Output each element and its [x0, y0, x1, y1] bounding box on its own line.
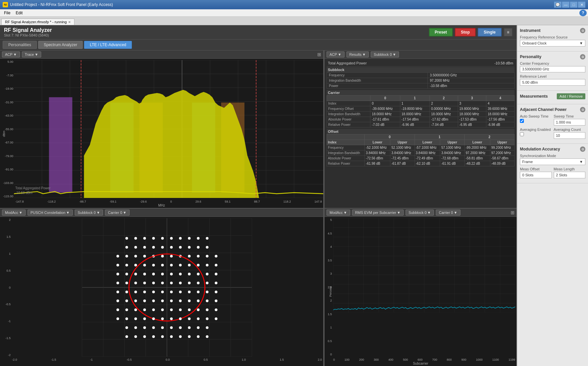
freq-label: Frequency [327, 73, 428, 78]
close-button[interactable]: ✕ [578, 2, 585, 8]
acp-section-header: Adjacent Channel Power ⚙ [520, 107, 585, 112]
carrier-intbw-row: Integration Bandwidth 18.0000 MHz 18.000… [327, 112, 515, 117]
svg-point-125 [197, 291, 200, 293]
svg-point-65 [197, 246, 200, 248]
avg-enabled-checkbox[interactable] [520, 132, 524, 136]
svg-point-180 [179, 335, 182, 338]
trace-dropdown[interactable]: Trace ▼ [22, 51, 42, 57]
menu-edit[interactable]: Edit [13, 10, 25, 16]
modacc-dropdown-br[interactable]: ModAcc ▼ [327, 210, 350, 216]
titlebar-title: Untitled Project - NI-RFmx Soft Front Pa… [10, 2, 113, 7]
svg-marker-26 [84, 90, 259, 198]
svg-point-128 [116, 300, 119, 302]
svg-point-160 [188, 318, 191, 320]
svg-point-54 [188, 237, 191, 239]
freq-ref-label: Frequency Reference Source [520, 35, 585, 39]
titlebar-controls[interactable]: 💬 — □ ✕ [554, 2, 585, 8]
svg-point-94 [134, 273, 137, 275]
acp-dropdown-tr[interactable]: ACP ▼ [327, 51, 344, 57]
const-y-axis: 2 1.5 1 0.5 0 -0.5 -1 -1.5 -2 [1, 218, 11, 357]
acp-dropdown-tl[interactable]: ACP ▼ [2, 51, 20, 57]
total-power-overlay: Total Aggregated Power -10.58 dBm [15, 186, 50, 195]
preset-button[interactable]: Preset [429, 28, 453, 37]
sync-mode-label: Synchronization Mode [520, 154, 585, 158]
personality-section: Personality ⚙ Center Frequency 3.5000000… [517, 51, 588, 91]
total-power-value: -10.58 dBm [15, 191, 50, 195]
rms-evm-dropdown[interactable]: RMS EVM per Subcarrier ▼ [352, 210, 404, 216]
menubar: File Edit ? [0, 9, 588, 17]
evm-y-unit: Percent [329, 282, 332, 302]
menu-icon-button[interactable]: ≡ [504, 28, 513, 37]
measurements-section: Measurements Add / Remove [517, 91, 588, 104]
svg-point-166 [143, 326, 146, 329]
svg-point-70 [143, 255, 146, 257]
expand-icon-br[interactable]: ⊞ [511, 210, 515, 215]
carrier-freq-offset-row: Frequency Offset -39.6000 MHz -19.8000 M… [327, 106, 515, 112]
svg-point-147 [179, 309, 182, 311]
instrument-gear-icon[interactable]: ⚙ [580, 28, 585, 33]
mod-accuracy-gear-icon[interactable]: ⚙ [580, 146, 585, 152]
auto-sweep-col: Auto Sweep Time [520, 114, 552, 128]
chat-button[interactable]: 💬 [554, 2, 561, 8]
intbw-row: Integration Bandwidth 97.2000 MHz [327, 78, 515, 83]
app-subtitle: Slot 7: NI PXIe-5840 (5840) [4, 33, 52, 37]
tab-personalities[interactable]: Personalities [3, 41, 37, 49]
tab-close-icon[interactable]: ✕ [68, 20, 71, 24]
svg-point-104 [116, 282, 119, 284]
svg-point-89 [197, 264, 200, 266]
svg-point-119 [143, 291, 146, 293]
svg-point-99 [179, 273, 182, 275]
meas-length-col: Meas Length 2 Slots [554, 167, 586, 180]
tab-spectrum-analyzer[interactable]: Spectrum Analyzer [38, 41, 83, 49]
center-freq-label: Center Frequency [520, 61, 585, 65]
subblock-dropdown-bl[interactable]: Subblock 0 ▼ [75, 210, 103, 216]
instrument-header: Instrument ⚙ [520, 28, 585, 33]
help-button[interactable]: ? [579, 10, 587, 16]
personality-tabs: Personalities Spectrum Analyzer LTE / LT… [0, 40, 517, 50]
results-dropdown[interactable]: Results ▼ [346, 51, 369, 57]
maximize-button[interactable]: □ [570, 2, 577, 8]
personality-header: Personality ⚙ [520, 54, 585, 59]
minimize-button[interactable]: — [562, 2, 569, 8]
svg-point-68 [125, 255, 128, 257]
acp-data-panel: ACP ▼ Results ▼ Subblock 0 ▼ Total Aggre… [324, 50, 517, 208]
modacc-dropdown-bl[interactable]: ModAcc ▼ [2, 210, 26, 216]
svg-point-57 [125, 246, 128, 248]
subblock-header: Subblock [327, 67, 515, 72]
auto-sweep-checkbox[interactable] [520, 119, 524, 123]
main-content: RF Signal Analyzer Slot 7: NI PXIe-5840 … [0, 25, 588, 366]
svg-point-152 [116, 318, 119, 320]
svg-point-143 [143, 309, 146, 311]
svg-point-179 [170, 335, 173, 338]
single-button[interactable]: Single [478, 28, 502, 37]
y-unit-label: dBm [2, 130, 6, 137]
svg-point-51 [161, 237, 164, 239]
stop-button[interactable]: Stop [455, 28, 476, 37]
subblock-dropdown-tr[interactable]: Subblock 0 ▼ [371, 51, 399, 57]
carrier-header: Carrier [327, 90, 515, 95]
svg-point-107 [143, 282, 146, 284]
expand-icon-tl[interactable]: ⊞ [317, 52, 321, 57]
svg-point-76 [197, 255, 200, 257]
svg-point-150 [206, 309, 209, 311]
freq-row: Frequency 3.500000000 GHz [327, 73, 515, 78]
svg-point-122 [170, 291, 173, 293]
svg-point-67 [116, 255, 119, 257]
carrier-dropdown-bl[interactable]: Carrier 0 ▼ [105, 210, 130, 216]
x-label-7: 59.1 [225, 200, 231, 203]
subblock-dropdown-br[interactable]: Subblock 0 ▼ [406, 210, 434, 216]
main-tab[interactable]: RF Signal Analyzer.rfmxsfp * - running ✕ [1, 19, 74, 25]
menu-file[interactable]: File [1, 10, 13, 16]
add-remove-button[interactable]: Add / Remove [557, 93, 585, 99]
carrier-dropdown-br[interactable]: Carrier 0 ▼ [436, 210, 460, 216]
x-label-3: -59.1 [110, 200, 117, 203]
tab-lte[interactable]: LTE / LTE-Advanced [84, 41, 132, 49]
constellation-svg [12, 218, 322, 357]
mod-accuracy-title: Modulation Accuracy [520, 147, 560, 151]
pusch-dropdown[interactable]: PUSCH Constellation ▼ [28, 210, 73, 216]
personality-gear-icon[interactable]: ⚙ [580, 54, 585, 59]
intbw-value: 97.2000 MHz [428, 78, 515, 83]
titlebar: NI Untitled Project - NI-RFmx Soft Front… [0, 0, 588, 9]
svg-point-138 [206, 300, 209, 302]
acp-gear-icon[interactable]: ⚙ [580, 107, 585, 112]
